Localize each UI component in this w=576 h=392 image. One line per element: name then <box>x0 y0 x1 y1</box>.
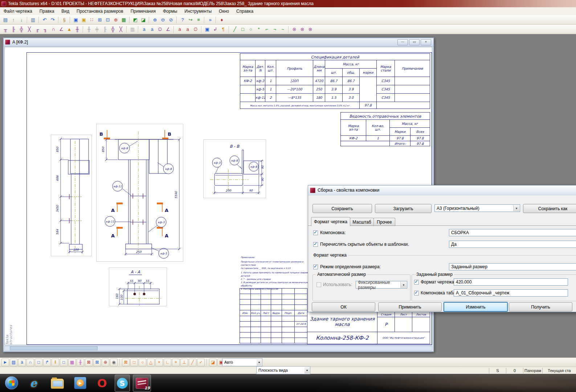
snap-line-icon[interactable]: ╱ <box>189 359 196 366</box>
zoom-out-icon[interactable]: ⊖ <box>159 16 167 24</box>
select-part-icon[interactable]: □ <box>35 359 42 366</box>
part-balloon[interactable]: кф-11 <box>106 220 114 223</box>
dim-batch-2-icon[interactable]: ╪ <box>93 26 101 33</box>
context-help-icon[interactable]: ? <box>179 16 186 24</box>
fit-work-area-icon[interactable]: ⊞ <box>96 16 103 24</box>
part-balloon[interactable]: кф-11 <box>113 185 122 188</box>
create-view-icon[interactable]: ▦ <box>120 16 127 24</box>
ok-button[interactable]: ОК <box>312 302 375 311</box>
link-dwg-icon[interactable]: ↲ <box>212 26 219 33</box>
menu-правка[interactable]: Правка <box>36 8 58 15</box>
text-note-icon[interactable]: a <box>140 26 148 33</box>
select-bolt-icon[interactable]: ◉ <box>110 359 118 366</box>
snap-perp-icon[interactable]: ⊥ <box>180 359 188 366</box>
snap-mid-icon[interactable]: + <box>172 359 180 366</box>
snap-settings-icon[interactable]: ∷ <box>88 16 95 24</box>
view-main-assembly[interactable]: B B <box>96 124 183 262</box>
select-hatch-icon[interactable]: ▨ <box>10 359 17 366</box>
snap-confirm-icon[interactable]: ✓ <box>197 359 205 366</box>
erase-marks-icon[interactable]: ⊗ <box>299 26 306 33</box>
select-gridline-icon[interactable]: ╫ <box>77 359 84 366</box>
assoc-note-icon[interactable]: ◩ <box>132 16 139 24</box>
select-frame-icon[interactable]: □ <box>60 359 68 366</box>
select-weld-icon[interactable]: ⊠ <box>85 359 93 366</box>
open-drawing-icon[interactable]: ↑ <box>10 16 17 24</box>
part-mark-icon[interactable]: a <box>176 26 183 33</box>
menu-окно[interactable]: Окно <box>215 8 233 15</box>
scrollbar-thumb[interactable] <box>10 346 98 350</box>
chevron-down-icon[interactable]: ▾ <box>400 282 407 288</box>
snap-depth-combo[interactable]: Авто ▾ <box>222 358 262 366</box>
select-cut-icon[interactable]: ⊠ <box>93 359 101 366</box>
draw-arc-icon[interactable]: ⌐ <box>263 26 270 33</box>
select-grid-icon[interactable]: ▦ <box>68 359 76 366</box>
draw-line-icon[interactable]: ╱ <box>231 26 238 33</box>
fetch-objects-icon[interactable]: ↪ <box>187 16 194 24</box>
dim-free-icon[interactable]: ╳ <box>26 26 33 33</box>
bolt-mark-icon[interactable]: a <box>184 26 191 33</box>
assembly-layout-dialog[interactable]: Сборка - свойства компоновки Сохранить З… <box>308 185 576 312</box>
chevron-down-icon[interactable]: ▾ <box>257 359 262 366</box>
horizontal-scrollbar[interactable] <box>4 346 432 351</box>
print-drawing-icon[interactable]: ▥ <box>29 16 37 24</box>
dim-batch-4-icon[interactable]: ╬ <box>109 26 117 33</box>
menu-файл-чертежа[interactable]: Файл чертежа <box>0 8 36 15</box>
origin-symbol-icon[interactable]: ⊕ <box>112 16 119 24</box>
fixed-sizes-combo[interactable]: Фиксированные размеры ▾ <box>356 281 407 289</box>
snap-free-icon[interactable]: ⊠ <box>122 359 130 366</box>
menu-формы[interactable]: Формы <box>159 8 181 15</box>
menu-примечания[interactable]: Примечания <box>127 8 159 15</box>
table-layout-field[interactable]: А_01_Сборочный _чертеж <box>454 289 568 297</box>
erase-dims-icon[interactable]: ⊗ <box>291 26 298 33</box>
snap-corner-icon[interactable]: ∟ <box>164 359 171 366</box>
start-button[interactable] <box>5 376 18 389</box>
modify-button[interactable]: Изменить <box>444 302 508 312</box>
zoom-original-icon[interactable]: ⊘ <box>167 16 175 24</box>
select-mark-icon[interactable]: ↱ <box>43 359 51 366</box>
menu-справка[interactable]: Справка <box>233 8 257 15</box>
restore-button[interactable]: ▭ <box>409 39 420 45</box>
select-symbol-icon[interactable]: ⊕ <box>102 359 109 366</box>
part-balloon[interactable]: кф-8 <box>165 167 172 171</box>
size-mode-field[interactable]: Заданный размер <box>449 263 576 270</box>
dim-place-icon[interactable]: ▥ <box>129 26 136 33</box>
zoom-in-icon[interactable]: ⊕ <box>151 16 159 24</box>
mark-level-icon[interactable]: ∠ <box>164 26 172 33</box>
hidden-objects-field[interactable]: Да <box>449 241 576 248</box>
view-left-elevation[interactable]: 850 686 3450 584 100 <box>51 135 92 256</box>
drawing-window-titlebar[interactable]: A [КФ.2] — ▭ × <box>4 38 433 46</box>
dim-add-point-icon[interactable]: ╬ <box>18 26 25 33</box>
view-section-aa[interactable]: А - А 55 90 55 <box>109 268 167 306</box>
dim-y-icon[interactable]: ╖ <box>42 26 49 33</box>
dim-batch-1-icon[interactable]: ╫ <box>85 26 93 33</box>
draw-rect-icon[interactable]: □ <box>239 26 246 33</box>
redo-icon[interactable]: ↷ <box>49 16 56 24</box>
drawing-properties-icon[interactable]: § <box>61 16 68 24</box>
erase-texts-icon[interactable]: ⊗ <box>307 26 314 33</box>
snap-center-icon[interactable]: ○ <box>139 359 146 366</box>
tab-other[interactable]: Прочее <box>373 218 395 226</box>
tekla-extension-icon[interactable]: ♦ <box>218 16 225 24</box>
part-balloon[interactable]: кф-5 <box>160 252 168 255</box>
assoc-note-2-icon[interactable]: ◪ <box>140 16 147 24</box>
select-text-icon[interactable]: a <box>18 359 26 366</box>
pan-window-icon[interactable]: ⊡ <box>104 16 111 24</box>
menu-инструменты[interactable]: Инструменты <box>181 8 215 15</box>
more-commands-icon[interactable]: » <box>207 16 214 24</box>
draw-circle-icon[interactable]: ○ <box>247 26 254 33</box>
use-checkbox[interactable] <box>316 282 321 287</box>
drawing-format-field[interactable]: 420.000 <box>454 278 568 286</box>
dim-triangle-icon[interactable]: ▲ <box>66 26 73 33</box>
apply-button[interactable]: Применить <box>378 302 442 311</box>
snap-cross-icon[interactable]: × <box>155 359 163 366</box>
dialog-titlebar[interactable]: Сборка - свойства компоновки <box>308 185 576 195</box>
menu-простановка-размеров[interactable]: Простановка размеров <box>73 8 127 15</box>
select-all-icon[interactable]: ► <box>1 359 9 366</box>
dim-batch-5-icon[interactable]: ╳ <box>117 26 124 33</box>
save-drawing-icon[interactable]: ↓ <box>18 16 25 24</box>
taskbar-explorer-icon[interactable] <box>50 377 65 390</box>
dim-combined-icon[interactable]: ╫ <box>74 26 81 33</box>
taskbar-ie-icon[interactable]: e <box>26 376 41 389</box>
draw-polygon-icon[interactable]: ¬ <box>271 26 278 33</box>
layout-checkbox[interactable] <box>313 230 318 235</box>
